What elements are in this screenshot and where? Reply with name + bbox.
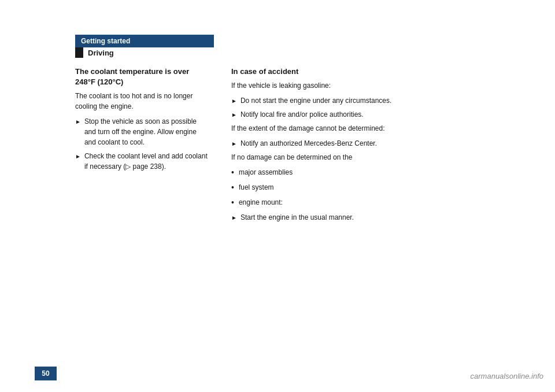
dot-icon-2: • (231, 182, 234, 194)
dot-icon-1: • (231, 167, 234, 179)
watermark: carmanualsonline.info (471, 372, 543, 380)
right-bullet-arrow-1b: ► Notify local fire and/or police author… (231, 109, 520, 120)
header-bar: Getting started (75, 35, 214, 47)
right-bullet-arrow-1a: ► Do not start the engine under any circ… (231, 95, 520, 106)
right-intro: If the vehicle is leaking gasoline: (231, 80, 520, 91)
left-intro: The coolant is too hot and is no longer … (75, 91, 208, 112)
arrow-icon-3: ► (231, 97, 237, 105)
left-column: The coolant temperature is over 248°F (1… (75, 66, 208, 346)
arrow-icon-4: ► (231, 110, 237, 119)
right-bullet-dot-2: • fuel system (231, 182, 520, 194)
left-bullet-2-text: Check the coolant level and add coolant … (84, 151, 208, 172)
section-title: Driving (88, 49, 114, 57)
right-bullet-arrow-1a-text: Do not start the engine under any circum… (240, 95, 520, 106)
right-bullet-dot-1-text: major assemblies (239, 167, 520, 177)
right-bullet-arrow-2a-text: Notify an authorized Mercedes-Benz Cente… (240, 138, 520, 149)
page-number-box: 50 (35, 367, 57, 380)
right-bullet-arrow-2a: ► Notify an authorized Mercedes-Benz Cen… (231, 138, 520, 149)
arrow-icon-6: ► (231, 213, 237, 222)
right-bullet-dot-3-text: engine mount: (239, 197, 520, 208)
section-bar: Driving (75, 47, 214, 58)
right-bullet-dot-1: • major assemblies (231, 167, 520, 179)
page-number: 50 (42, 369, 49, 378)
header-title: Getting started (81, 37, 130, 45)
right-bullet-arrow-3a: ► Start the engine in the usual manner. (231, 212, 520, 223)
right-bullet-dot-3: • engine mount: (231, 197, 520, 209)
section-indicator (75, 47, 83, 58)
right-bullet-arrow-1b-text: Notify local fire and/or police authorit… (240, 109, 520, 120)
arrow-icon-5: ► (231, 139, 237, 148)
right-bullet-dot-2-text: fuel system (239, 182, 520, 193)
right-bullet-arrow-3a-text: Start the engine in the usual manner. (240, 212, 520, 223)
left-bullet-1: ► Stop the vehicle as soon as possible a… (75, 116, 208, 147)
arrow-icon-2: ► (75, 152, 81, 161)
content-area: The coolant temperature is over 248°F (1… (75, 66, 520, 346)
page-container: Getting started Driving The coolant temp… (0, 0, 555, 392)
left-heading: The coolant temperature is over 248°F (1… (75, 66, 208, 87)
right-mid-text: If the extent of the damage cannot be de… (231, 123, 520, 134)
left-bullet-1-text: Stop the vehicle as soon as possible and… (84, 116, 208, 147)
dot-icon-3: • (231, 197, 234, 209)
left-bullet-2: ► Check the coolant level and add coolan… (75, 151, 208, 172)
arrow-icon-1: ► (75, 117, 81, 126)
right-heading: In case of accident (231, 66, 520, 77)
right-lower-text: If no damage can be determined on the (231, 152, 520, 162)
right-column: In case of accident If the vehicle is le… (231, 66, 520, 346)
